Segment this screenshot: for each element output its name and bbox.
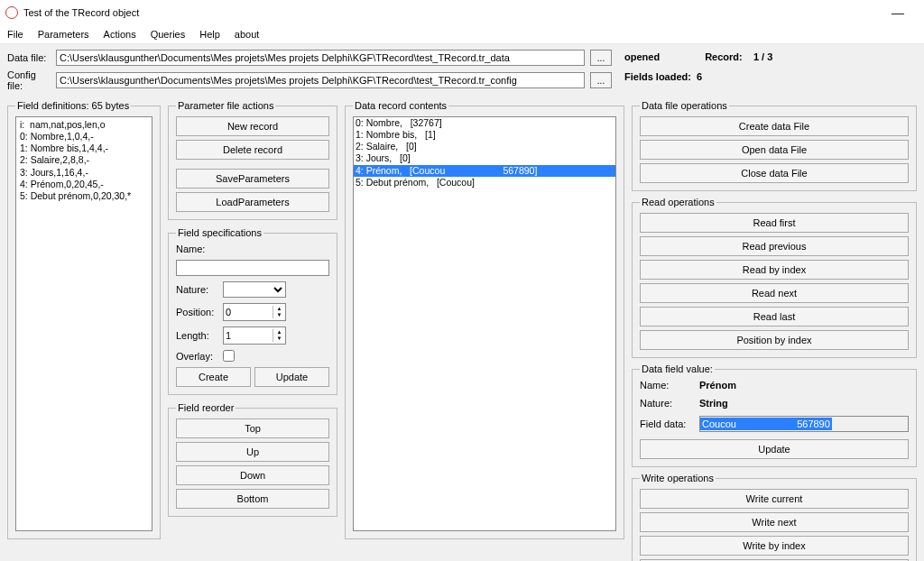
fields-loaded-label: Fields loaded: <box>624 71 691 82</box>
position-by-index-button[interactable]: Position by index <box>640 330 909 350</box>
list-item[interactable]: 3: Jours, [0] <box>354 152 615 164</box>
save-parameters-button[interactable]: SaveParameters <box>176 169 329 189</box>
write-ops-legend: Write operations <box>640 473 716 483</box>
dfv-data-input[interactable]: Coucou 567890 <box>699 416 909 432</box>
reorder-legend: Field reorder <box>176 402 236 413</box>
list-item[interactable]: 5: Debut prénom, [Coucou] <box>354 177 615 189</box>
create-data-file-button[interactable]: Create data File <box>640 116 909 136</box>
status-opened: opened <box>624 51 660 62</box>
fs-create-button[interactable]: Create <box>176 367 251 387</box>
dfo-legend: Data file operations <box>640 100 729 111</box>
list-item[interactable]: 0: Nombre, [32767] <box>354 117 615 129</box>
delete-record-button[interactable]: Delete record <box>176 140 329 160</box>
data-file-operations-group: Data file operations Create data File Op… <box>632 100 917 191</box>
record-value: 1 / 3 <box>753 51 772 62</box>
open-data-file-button[interactable]: Open data File <box>640 140 909 160</box>
dfv-legend: Data field value: <box>640 363 715 374</box>
param-actions-legend: Parameter file actions <box>176 100 275 111</box>
fs-overlay-checkbox[interactable] <box>223 350 235 362</box>
fs-overlay-label: Overlay: <box>176 351 219 362</box>
field-specifications-group: Field specifications Name: Nature: Posit… <box>168 227 337 395</box>
field-definitions-list[interactable]: i: nam,nat,pos,len,o0: Nombre,1,0,4,-1: … <box>15 116 152 531</box>
titlebar: Test of the TRecord object — <box>0 0 924 25</box>
read-by-index-button[interactable]: Read by index <box>640 260 909 280</box>
data-file-browse-button[interactable]: ... <box>590 50 612 66</box>
data-file-label: Data file: <box>7 52 51 63</box>
list-item[interactable]: 2: Salaire,2,8,8,- <box>18 154 150 166</box>
record-label: Record: <box>705 51 743 62</box>
read-ops-legend: Read operations <box>640 197 716 207</box>
menu-parameters[interactable]: Parameters <box>38 29 89 40</box>
app-icon <box>5 6 18 19</box>
minimize-button[interactable]: — <box>892 5 915 20</box>
write-next-button[interactable]: Write next <box>640 512 909 532</box>
load-parameters-button[interactable]: LoadParameters <box>176 192 329 212</box>
fields-loaded-value: 6 <box>697 71 702 82</box>
record-contents-list[interactable]: 0: Nombre, [32767]1: Nombre bis, [1]2: S… <box>353 116 616 531</box>
write-operations-group: Write operations Write current Write nex… <box>632 473 917 561</box>
list-item[interactable]: 4: Prénom,0,20,45,- <box>18 179 150 190</box>
field-spec-legend: Field specifications <box>176 227 263 238</box>
fs-length-label: Length: <box>176 330 219 341</box>
config-file-browse-button[interactable]: ... <box>590 72 612 88</box>
dfv-nature-value: String <box>699 398 728 409</box>
fs-update-button[interactable]: Update <box>254 367 329 387</box>
list-item[interactable]: 1: Nombre bis, [1] <box>354 129 615 141</box>
read-next-button[interactable]: Read next <box>640 283 909 303</box>
read-last-button[interactable]: Read last <box>640 307 909 326</box>
data-file-input[interactable] <box>56 50 585 66</box>
write-current-button[interactable]: Write current <box>640 489 909 509</box>
menu-actions[interactable]: Actions <box>104 29 136 40</box>
field-reorder-group: Field reorder Top Up Down Bottom <box>168 402 337 517</box>
menu-file[interactable]: File <box>7 29 23 40</box>
new-record-button[interactable]: New record <box>176 116 329 136</box>
close-data-file-button[interactable]: Close data File <box>640 163 909 183</box>
reorder-top-button[interactable]: Top <box>176 418 329 438</box>
dfv-name-label: Name: <box>640 380 692 391</box>
menu-help[interactable]: Help <box>199 29 220 40</box>
fs-nature-label: Nature: <box>176 284 219 295</box>
list-item[interactable]: 5: Debut prénom,0,20,30,* <box>18 190 150 202</box>
fs-name-input[interactable] <box>176 260 329 276</box>
window-title: Test of the TRecord object <box>23 7 139 18</box>
fs-position-spinner[interactable]: ▲▼ <box>223 303 286 321</box>
field-definitions-legend: Field definitions: 65 bytes <box>15 100 131 111</box>
dfv-name-value: Prénom <box>699 380 736 391</box>
list-item[interactable]: 4: Prénom, [Coucou 567890] <box>354 165 615 177</box>
reorder-up-button[interactable]: Up <box>176 442 329 462</box>
fs-name-label: Name: <box>176 244 219 254</box>
reorder-down-button[interactable]: Down <box>176 465 329 485</box>
parameter-file-actions-group: Parameter file actions New record Delete… <box>168 100 337 220</box>
reorder-bottom-button[interactable]: Bottom <box>176 489 329 509</box>
menubar: File Parameters Actions Queries Help abo… <box>0 25 924 44</box>
dfv-data-label: Field data: <box>640 418 692 429</box>
data-field-value-group: Data field value: Name: Prénom Nature: S… <box>632 363 917 467</box>
menu-queries[interactable]: Queries <box>151 29 186 40</box>
dfv-nature-label: Nature: <box>640 398 692 409</box>
read-previous-button[interactable]: Read previous <box>640 236 909 256</box>
fs-nature-select[interactable] <box>223 281 286 298</box>
config-file-input[interactable] <box>56 72 585 88</box>
fs-length-spinner[interactable]: ▲▼ <box>223 326 286 345</box>
read-operations-group: Read operations Read first Read previous… <box>632 197 917 358</box>
read-first-button[interactable]: Read first <box>640 213 909 233</box>
write-by-index-button[interactable]: Write by index <box>640 536 909 556</box>
list-item[interactable]: i: nam,nat,pos,len,o <box>18 119 150 131</box>
fs-position-label: Position: <box>176 307 219 317</box>
config-file-label: Config file: <box>7 69 51 91</box>
record-contents-legend: Data record contents <box>353 100 448 111</box>
list-item[interactable]: 3: Jours,1,16,4,- <box>18 167 150 179</box>
list-item[interactable]: 1: Nombre bis,1,4,4,- <box>18 143 150 154</box>
data-record-contents-group: Data record contents 0: Nombre, [32767]1… <box>345 100 624 539</box>
list-item[interactable]: 0: Nombre,1,0,4,- <box>18 131 150 143</box>
list-item[interactable]: 2: Salaire, [0] <box>354 141 615 152</box>
field-definitions-group: Field definitions: 65 bytes i: nam,nat,p… <box>7 100 161 539</box>
dfv-update-button[interactable]: Update <box>640 439 909 459</box>
menu-about[interactable]: about <box>235 29 260 40</box>
